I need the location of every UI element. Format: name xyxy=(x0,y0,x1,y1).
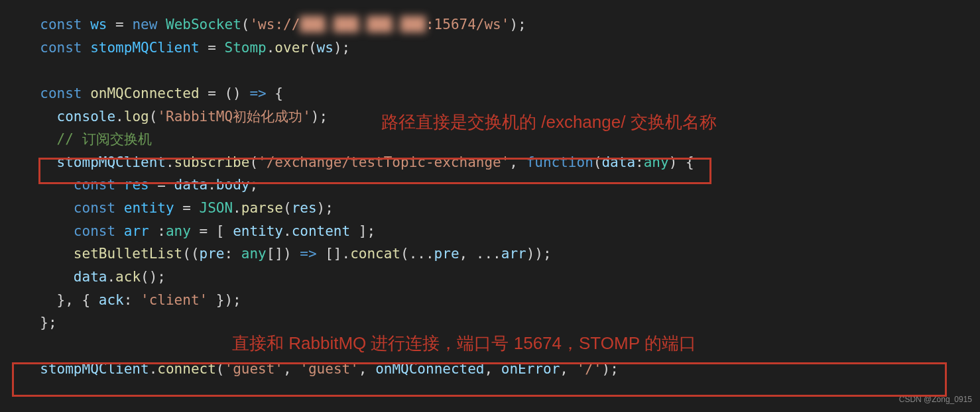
annotation-exchange-path: 路径直接是交换机的 /exchange/ 交换机名称 xyxy=(381,108,717,136)
code-line: stompMQClient.subscribe('/exchange/testT… xyxy=(23,151,980,174)
code-line: const entity = JSON.parse(res); xyxy=(23,197,980,220)
code-block: const ws = new WebSocket('ws://███.███.█… xyxy=(23,13,980,380)
fn-connect: connect xyxy=(157,361,216,377)
code-line: const res = data.body; xyxy=(23,174,980,197)
class-websocket: WebSocket xyxy=(166,17,241,32)
fn-over: over xyxy=(275,40,308,56)
code-line: }, { ack: 'client' }); xyxy=(23,289,980,312)
fn-log: log xyxy=(124,109,149,125)
blurred-ip: ███.███.███.███ xyxy=(300,13,426,36)
var-ws: ws xyxy=(90,17,107,32)
code-line: const stompMQClient = Stomp.over(ws); xyxy=(23,36,980,60)
comment: // 订阅交换机 xyxy=(57,131,152,147)
class-stomp: Stomp xyxy=(224,40,266,56)
code-line: const ws = new WebSocket('ws://███.███.█… xyxy=(23,13,980,36)
code-line: const arr :any = [ entity.content ]; xyxy=(23,220,980,243)
code-line: setBulletList((pre: any[]) => [].concat(… xyxy=(23,242,980,266)
annotation-connect-port: 直接和 RabbitMQ 进行连接，端口号 15674，STOMP 的端口 xyxy=(232,329,696,358)
code-line: data.ack(); xyxy=(23,266,980,289)
code-line: stompMQClient.connect('guest', 'guest', … xyxy=(23,358,980,381)
code-line-blank xyxy=(23,59,980,82)
keyword-new: new xyxy=(132,17,157,32)
keyword-function: function xyxy=(526,154,593,170)
keyword-const: const xyxy=(40,17,82,32)
fn-subscribe: subscribe xyxy=(174,154,250,170)
var-stompclient: stompMQClient xyxy=(90,40,199,56)
obj-console: console xyxy=(57,109,116,125)
code-line: const onMQConnected = () => { xyxy=(23,82,980,105)
watermark: CSDN @Zong_0915 xyxy=(899,393,972,407)
fn-onconnected: onMQConnected xyxy=(90,85,199,101)
